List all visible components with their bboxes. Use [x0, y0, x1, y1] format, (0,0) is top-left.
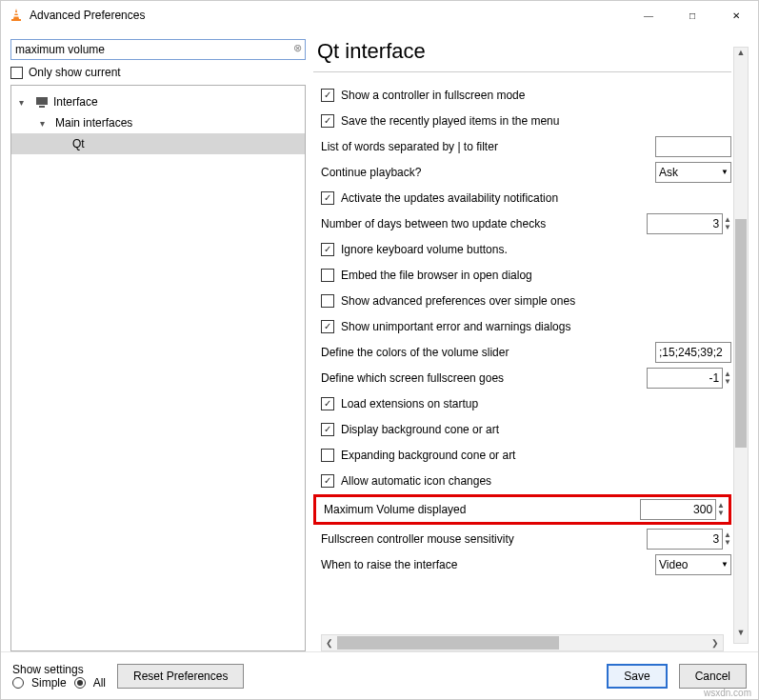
svg-rect-2 — [14, 15, 19, 17]
h-scroll-thumb[interactable] — [337, 636, 559, 650]
setting-label: Show a controller in fullscreen mode — [341, 89, 731, 102]
setting-row: Display background cone or art — [313, 416, 731, 442]
checkbox[interactable] — [321, 89, 334, 102]
setting-row: Embed the file browser in open dialog — [313, 262, 731, 288]
only-show-checkbox[interactable] — [10, 67, 23, 79]
checkbox[interactable] — [321, 114, 334, 128]
setting-row: Load extensions on startup — [313, 390, 731, 416]
setting-label: Activate the updates availability notifi… — [341, 191, 731, 205]
checkbox[interactable] — [321, 423, 334, 436]
checkbox[interactable] — [321, 243, 334, 256]
setting-label: Number of days between two update checks — [321, 217, 647, 230]
checkbox[interactable] — [321, 294, 334, 308]
scroll-right-icon[interactable]: ❯ — [708, 638, 723, 648]
text-input[interactable] — [655, 342, 731, 363]
radio-all[interactable] — [74, 677, 86, 689]
scroll-down-icon[interactable]: ▼ — [734, 628, 748, 643]
spinner-icon[interactable]: ▲▼ — [724, 216, 731, 231]
v-scroll-thumb[interactable] — [735, 219, 747, 448]
setting-label: Maximum Volume displayed — [324, 503, 640, 516]
setting-label: List of words separated by | to filter — [321, 140, 655, 153]
expand-icon[interactable]: ▾ — [40, 118, 51, 129]
checkbox[interactable] — [321, 191, 334, 205]
setting-label: Continue playback? — [321, 166, 655, 179]
radio-simple-label: Simple — [31, 676, 67, 690]
only-show-current[interactable]: Only show current — [10, 60, 306, 85]
spinner-icon[interactable]: ▲▼ — [717, 502, 725, 517]
reset-preferences-button[interactable]: Reset Preferences — [117, 664, 244, 689]
radio-all-label: All — [93, 676, 106, 690]
interface-icon — [34, 94, 50, 110]
setting-label: Define which screen fullscreen goes — [321, 371, 647, 385]
close-button[interactable]: ✕ — [714, 1, 758, 30]
only-show-label: Only show current — [29, 66, 121, 79]
checkbox[interactable] — [321, 449, 334, 462]
minimize-button[interactable]: — — [627, 1, 670, 30]
save-button[interactable]: Save — [607, 664, 667, 689]
tree-item-main-interfaces[interactable]: ▾ Main interfaces — [11, 112, 305, 133]
spinner-icon[interactable]: ▲▼ — [724, 370, 731, 386]
setting-row: Ignore keyboard volume buttons. — [313, 236, 731, 262]
svg-rect-3 — [36, 97, 48, 105]
spinner-icon[interactable]: ▲▼ — [724, 531, 731, 547]
setting-label: Embed the file browser in open dialog — [341, 269, 731, 282]
setting-row: Show unimportant error and warnings dial… — [313, 313, 731, 339]
setting-row: When to raise the interfaceVideo▼ — [313, 551, 731, 577]
cancel-button[interactable]: Cancel — [679, 664, 747, 689]
footer: Show settings Simple All Reset Preferenc… — [1, 651, 758, 699]
setting-label: Fullscreen controller mouse sensitivity — [321, 532, 647, 546]
checkbox[interactable] — [321, 397, 334, 410]
search-box[interactable]: ⊗ — [10, 39, 306, 60]
horizontal-scrollbar[interactable]: ❮ ❯ — [321, 634, 724, 651]
setting-label: When to raise the interface — [321, 558, 655, 571]
expand-icon[interactable]: ▾ — [19, 97, 30, 108]
svg-rect-1 — [14, 12, 18, 14]
setting-row: Continue playback?Ask▼ — [313, 159, 731, 185]
number-input[interactable] — [647, 213, 723, 234]
setting-label: Save the recently played items in the me… — [341, 114, 731, 128]
setting-row: List of words separated by | to filter — [313, 133, 731, 159]
radio-simple[interactable] — [12, 677, 24, 689]
setting-row: Define which screen fullscreen goes▲▼ — [313, 365, 731, 390]
setting-row: Allow automatic icon changes — [313, 468, 731, 493]
setting-label: Ignore keyboard volume buttons. — [341, 243, 731, 256]
vlc-icon — [9, 8, 24, 23]
text-input[interactable] — [655, 136, 731, 157]
scroll-up-icon[interactable]: ▲ — [734, 48, 748, 63]
checkbox[interactable] — [321, 320, 334, 333]
svg-rect-4 — [39, 106, 45, 108]
tree-item-qt[interactable]: Qt — [11, 133, 305, 154]
dropdown[interactable]: Video▼ — [655, 554, 731, 575]
title-bar: Advanced Preferences — □ ✕ — [1, 1, 758, 30]
checkbox[interactable] — [321, 474, 334, 488]
setting-label: Expanding background cone or art — [341, 449, 731, 462]
setting-label: Show unimportant error and warnings dial… — [341, 320, 731, 333]
setting-row: Number of days between two update checks… — [313, 210, 731, 236]
svg-rect-0 — [11, 19, 21, 21]
setting-label: Load extensions on startup — [341, 397, 731, 410]
page-heading: Qt interface — [313, 39, 731, 68]
setting-row: Maximum Volume displayed▲▼ — [313, 494, 731, 525]
setting-row: Show a controller in fullscreen mode — [313, 82, 731, 108]
chevron-down-icon: ▼ — [721, 560, 729, 569]
clear-search-icon[interactable]: ⊗ — [293, 42, 302, 54]
tree-item-interface[interactable]: ▾ Interface — [11, 91, 305, 112]
setting-label: Define the colors of the volume slider — [321, 346, 655, 359]
setting-row: Save the recently played items in the me… — [313, 108, 731, 133]
chevron-down-icon: ▼ — [721, 168, 729, 176]
dropdown[interactable]: Ask▼ — [655, 162, 731, 183]
show-settings-label: Show settings — [12, 663, 106, 676]
number-input[interactable] — [640, 499, 716, 520]
vertical-scrollbar[interactable]: ▲ ▼ — [733, 47, 749, 644]
divider — [313, 71, 731, 72]
checkbox[interactable] — [321, 269, 334, 282]
window-title: Advanced Preferences — [30, 9, 145, 22]
search-input[interactable] — [10, 39, 306, 60]
setting-label: Display background cone or art — [341, 423, 731, 436]
scroll-left-icon[interactable]: ❮ — [322, 638, 337, 648]
preferences-tree[interactable]: ▾ Interface ▾ Main interfaces Qt — [10, 85, 306, 651]
setting-row: Define the colors of the volume slider — [313, 339, 731, 365]
number-input[interactable] — [647, 529, 723, 550]
number-input[interactable] — [647, 368, 723, 389]
maximize-button[interactable]: □ — [670, 1, 714, 30]
